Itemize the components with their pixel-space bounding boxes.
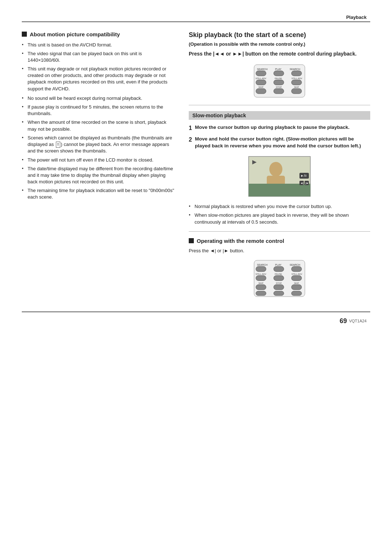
svg-text:SEARCH: SEARCH bbox=[257, 264, 268, 266]
remote-image-1: SEARCH PLAY SEARCH STILL ADV PAUSE STILL… bbox=[189, 63, 370, 99]
section-divider bbox=[189, 105, 370, 105]
svg-text:|►: |► bbox=[305, 182, 309, 185]
svg-rect-42 bbox=[291, 276, 302, 281]
svg-rect-41 bbox=[274, 276, 284, 281]
playback-image: ►/II ◄| |► bbox=[189, 155, 370, 198]
operating-instruction: Press the ◄| or |► button. bbox=[189, 248, 370, 253]
list-item: No sound will be heard except during nor… bbox=[22, 95, 174, 102]
left-bullet-list: This unit is based on the AVCHD format. … bbox=[22, 42, 174, 201]
svg-text:STILL ADV: STILL ADV bbox=[256, 273, 266, 275]
svg-rect-36 bbox=[291, 266, 302, 272]
svg-rect-47 bbox=[274, 285, 284, 290]
list-item-2: 2 Move and hold the cursor button right.… bbox=[189, 136, 370, 150]
svg-rect-6 bbox=[291, 71, 302, 76]
left-heading-text: About motion picture compatibility bbox=[30, 31, 120, 38]
svg-text:SKIP: SKIP bbox=[258, 282, 264, 284]
svg-rect-49 bbox=[256, 291, 266, 296]
black-square-icon bbox=[22, 32, 27, 37]
svg-rect-50 bbox=[274, 291, 284, 296]
svg-rect-10 bbox=[256, 80, 266, 85]
svg-text:PAUSE: PAUSE bbox=[275, 77, 282, 80]
svg-rect-5 bbox=[274, 71, 284, 76]
press-instruction: Press the |◄◄ or ►►| button on the remot… bbox=[189, 50, 370, 58]
svg-text:PLAY: PLAY bbox=[275, 264, 282, 266]
svg-rect-48 bbox=[291, 285, 302, 290]
svg-text:PAUSE: PAUSE bbox=[275, 273, 282, 275]
svg-rect-16 bbox=[256, 89, 266, 94]
list-item: When the amount of time recorded on the … bbox=[22, 119, 174, 132]
svg-text:SEARCH: SEARCH bbox=[290, 264, 300, 266]
skip-title: Skip playback (to the start of a scene) bbox=[189, 31, 370, 39]
svg-rect-11 bbox=[274, 80, 284, 85]
list-item: This unit is based on the AVCHD format. bbox=[22, 42, 174, 48]
main-columns: About motion picture compatibility This … bbox=[22, 31, 370, 304]
svg-text:SEARCH: SEARCH bbox=[290, 68, 300, 70]
svg-rect-23 bbox=[249, 184, 310, 196]
slow-motion-bar: Slow-motion playback bbox=[189, 111, 370, 120]
list-item: The remaining time for playback indicati… bbox=[22, 187, 174, 200]
remote-svg-1: SEARCH PLAY SEARCH STILL ADV PAUSE STILL… bbox=[250, 63, 309, 99]
model-number: VQT1A24 bbox=[349, 319, 367, 323]
svg-text:SKIP: SKIP bbox=[294, 282, 299, 284]
section-label: Playback bbox=[22, 15, 370, 20]
left-section-heading: About motion picture compatibility bbox=[22, 31, 174, 38]
page-number-area: 69 VQT1A24 bbox=[22, 317, 370, 325]
svg-text:SEARCH: SEARCH bbox=[257, 68, 268, 70]
svg-rect-17 bbox=[274, 89, 284, 94]
notes-list: Normal playback is restored when you mov… bbox=[189, 203, 370, 225]
svg-rect-35 bbox=[274, 266, 284, 272]
svg-point-21 bbox=[269, 162, 282, 176]
operating-section: Operating with the remote control Press … bbox=[189, 237, 370, 299]
thumbnail-icon: ! bbox=[56, 142, 60, 148]
subtitle: (Operation is possible with the remote c… bbox=[189, 41, 370, 47]
svg-text:STOP: STOP bbox=[276, 282, 282, 284]
remote-svg-2: SEARCH PLAY SEARCH STILL ADV PAUSE STILL… bbox=[250, 258, 309, 298]
svg-text:►/II: ►/II bbox=[301, 174, 306, 178]
section-divider-2 bbox=[189, 231, 370, 232]
svg-rect-18 bbox=[291, 89, 302, 94]
page-number: 69 bbox=[340, 317, 347, 325]
left-column: About motion picture compatibility This … bbox=[22, 31, 174, 304]
list-item-1: 1 Move the cursor button up during playb… bbox=[189, 124, 370, 132]
svg-text:PLAY: PLAY bbox=[275, 68, 282, 70]
svg-rect-4 bbox=[256, 71, 266, 76]
numbered-list: 1 Move the cursor button up during playb… bbox=[189, 124, 370, 150]
svg-text:STILL ADV: STILL ADV bbox=[256, 77, 266, 80]
note-item-1: Normal playback is restored when you mov… bbox=[189, 203, 370, 210]
list-item: The power will not turn off even if the … bbox=[22, 157, 174, 163]
svg-text:STOP: STOP bbox=[276, 86, 282, 88]
list-item: The video signal that can be played back… bbox=[22, 50, 174, 64]
page-container: Playback About motion picture compatibil… bbox=[0, 0, 392, 347]
bottom-divider bbox=[22, 311, 370, 312]
operating-heading-text: Operating with the remote control bbox=[197, 237, 284, 245]
svg-rect-46 bbox=[256, 285, 266, 290]
svg-text:SKIP: SKIP bbox=[258, 86, 264, 88]
svg-text:STILL ADV: STILL ADV bbox=[291, 273, 302, 275]
list-item: Scenes which cannot be displayed as thum… bbox=[22, 135, 174, 155]
list-item: This unit may degrade or not playback mo… bbox=[22, 66, 174, 92]
svg-rect-51 bbox=[291, 291, 302, 296]
svg-rect-40 bbox=[256, 276, 266, 281]
note-item-2: When slow-motion pictures are played bac… bbox=[189, 212, 370, 225]
operating-heading: Operating with the remote control bbox=[189, 237, 370, 245]
svg-rect-12 bbox=[291, 80, 302, 85]
list-item: If pause play is continued for 5 minutes… bbox=[22, 104, 174, 117]
top-divider bbox=[22, 21, 370, 22]
svg-text:◄|: ◄| bbox=[300, 182, 304, 185]
black-square-icon-2 bbox=[189, 238, 194, 243]
list-item: The date/time displayed may be different… bbox=[22, 166, 174, 186]
svg-text:STILL ADV: STILL ADV bbox=[291, 77, 302, 80]
svg-rect-34 bbox=[256, 266, 266, 272]
playback-svg: ►/II ◄| |► bbox=[247, 155, 312, 198]
svg-text:SKIP: SKIP bbox=[294, 86, 299, 88]
right-column: Skip playback (to the start of a scene) … bbox=[189, 31, 370, 304]
remote-image-2: SEARCH PLAY SEARCH STILL ADV PAUSE STILL… bbox=[189, 258, 370, 298]
